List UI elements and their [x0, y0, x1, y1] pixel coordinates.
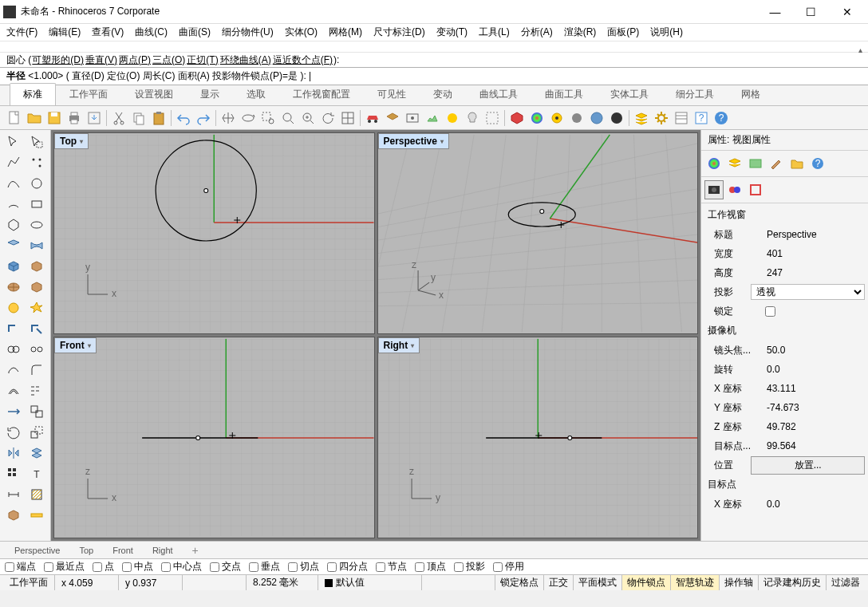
- object-props-icon[interactable]: [725, 180, 744, 199]
- measure-icon[interactable]: [26, 505, 49, 526]
- lock-icon[interactable]: [587, 108, 606, 128]
- cmd-option[interactable]: 周长(C): [143, 70, 176, 81]
- scroll-up-icon[interactable]: ▴: [854, 43, 866, 56]
- status-pane[interactable]: 记录建构历史: [758, 575, 826, 590]
- menu-item[interactable]: 网格(M): [329, 26, 362, 39]
- materials-icon[interactable]: [704, 154, 724, 173]
- prop-projection[interactable]: 透视: [751, 284, 865, 300]
- solid-icon[interactable]: [2, 256, 26, 277]
- toolbar-tab[interactable]: 工作视窗配置: [279, 83, 364, 105]
- open-icon[interactable]: [25, 108, 44, 128]
- osnap-节点[interactable]: 节点: [376, 560, 407, 573]
- chevron-down-icon[interactable]: ▾: [411, 342, 414, 349]
- named-view-icon[interactable]: [423, 108, 442, 128]
- render-icon[interactable]: [507, 108, 527, 128]
- text-icon[interactable]: T: [26, 463, 49, 484]
- prop-cam-x[interactable]: 43.111: [763, 381, 865, 396]
- chevron-down-icon[interactable]: ▾: [88, 342, 91, 349]
- python-icon[interactable]: ?: [692, 108, 711, 128]
- toolbar-tab[interactable]: 实体工具: [597, 83, 662, 105]
- cut-icon[interactable]: [109, 108, 128, 128]
- car-icon[interactable]: [363, 108, 382, 128]
- prop-target-x[interactable]: 0.0: [763, 497, 865, 511]
- cmd-option[interactable]: 三点(O): [152, 53, 185, 67]
- menu-item[interactable]: 实体(O): [285, 26, 318, 39]
- prop-target-dist[interactable]: 99.564: [763, 439, 865, 453]
- mesh-icon[interactable]: [2, 277, 26, 298]
- redo-icon[interactable]: [194, 108, 213, 128]
- toolbar-tab[interactable]: 网格: [728, 83, 774, 105]
- surface2-icon[interactable]: [26, 235, 49, 256]
- viewport-tab[interactable]: Right: [144, 543, 181, 558]
- help-panel-icon[interactable]: ?: [808, 154, 827, 173]
- viewport-tab[interactable]: Perspective: [6, 543, 68, 558]
- cmd-option[interactable]: 两点(P): [119, 53, 151, 67]
- copy-icon[interactable]: [129, 108, 148, 128]
- array-icon[interactable]: [26, 380, 49, 401]
- toolbar-tab[interactable]: 曲面工具: [531, 83, 597, 105]
- extend-icon[interactable]: [2, 360, 26, 380]
- unlock-icon[interactable]: [607, 108, 626, 128]
- menu-item[interactable]: 曲面(S): [179, 26, 211, 39]
- command-input[interactable]: [314, 71, 862, 82]
- menu-item[interactable]: 分析(A): [521, 26, 553, 39]
- status-pane[interactable]: 锁定格点: [495, 575, 543, 590]
- cmd-option[interactable]: 垂直(V): [85, 53, 117, 67]
- dim-icon[interactable]: [2, 484, 26, 505]
- hide-icon[interactable]: [547, 108, 566, 128]
- chevron-down-icon[interactable]: ▾: [440, 138, 444, 145]
- display-props-icon[interactable]: [746, 180, 765, 199]
- add-viewport-tab[interactable]: +: [184, 542, 207, 559]
- help-icon[interactable]: ?: [712, 108, 731, 128]
- osnap-停用[interactable]: 停用: [493, 560, 524, 573]
- print-icon[interactable]: [65, 108, 84, 128]
- toolbar-tab[interactable]: 显示: [187, 83, 233, 105]
- osnap-中点[interactable]: 中点: [122, 560, 153, 573]
- cmd-option[interactable]: 逼近数个点(F): [273, 53, 333, 67]
- paste-icon[interactable]: [149, 108, 168, 128]
- toolbar-tab[interactable]: 可见性: [364, 83, 420, 105]
- undo-icon[interactable]: [174, 108, 193, 128]
- osnap-中心点[interactable]: 中心点: [161, 560, 202, 573]
- point-icon[interactable]: [26, 152, 49, 173]
- ellipse-icon[interactable]: [26, 215, 49, 235]
- rotate-view-icon[interactable]: [239, 108, 258, 128]
- prop-cam-z[interactable]: 49.782: [763, 420, 865, 434]
- cmd-option[interactable]: 可塑形的(D): [32, 53, 84, 67]
- subd-icon[interactable]: [26, 277, 49, 298]
- osnap-垂点[interactable]: 垂点: [249, 560, 280, 573]
- osnap-顶点[interactable]: 顶点: [415, 560, 446, 573]
- prop-cam-y[interactable]: -74.673: [763, 400, 865, 415]
- properties-icon[interactable]: [672, 108, 691, 128]
- trim-icon[interactable]: [2, 318, 26, 339]
- libraries-icon[interactable]: [787, 154, 807, 173]
- prop-lock[interactable]: [765, 306, 775, 317]
- viewport-front[interactable]: Front▾ xz: [53, 337, 375, 538]
- analyze-icon[interactable]: [2, 505, 26, 526]
- rotate-icon[interactable]: [2, 422, 26, 443]
- cmd-option[interactable]: 正切(T): [187, 53, 218, 67]
- zoom-selected-icon[interactable]: [298, 108, 318, 128]
- show-icon[interactable]: [567, 108, 586, 128]
- polyline-icon[interactable]: [2, 152, 26, 173]
- set-view-icon[interactable]: [403, 108, 422, 128]
- toolbar-tab[interactable]: 选取: [233, 83, 279, 105]
- toolbar-tab[interactable]: 标准: [10, 83, 56, 105]
- toolbar-tab[interactable]: 曲线工具: [466, 83, 531, 105]
- prop-lens[interactable]: 50.0: [763, 343, 865, 357]
- rectangle-icon[interactable]: [26, 194, 49, 215]
- copy-tool-icon[interactable]: [26, 401, 49, 422]
- command-options-1[interactable]: 圆心 ( 可塑形的(D) 垂直(V) 两点(P) 三点(O) 正切(T) 环绕曲…: [0, 53, 868, 67]
- viewport-perspective[interactable]: Perspective▾ xyz: [377, 132, 699, 334]
- zoom-window-icon[interactable]: [258, 108, 278, 128]
- import-icon[interactable]: [85, 108, 104, 128]
- mirror-icon[interactable]: [2, 443, 26, 463]
- offset-icon[interactable]: [2, 380, 26, 401]
- transform-icon[interactable]: [2, 298, 26, 318]
- polygon-icon[interactable]: [2, 215, 26, 235]
- cmd-option[interactable]: 面积(A): [178, 70, 210, 81]
- viewport-tab[interactable]: Front: [105, 543, 141, 558]
- osnap-交点[interactable]: 交点: [210, 560, 241, 573]
- chevron-down-icon[interactable]: ▾: [80, 138, 83, 145]
- menu-item[interactable]: 工具(L): [479, 26, 510, 39]
